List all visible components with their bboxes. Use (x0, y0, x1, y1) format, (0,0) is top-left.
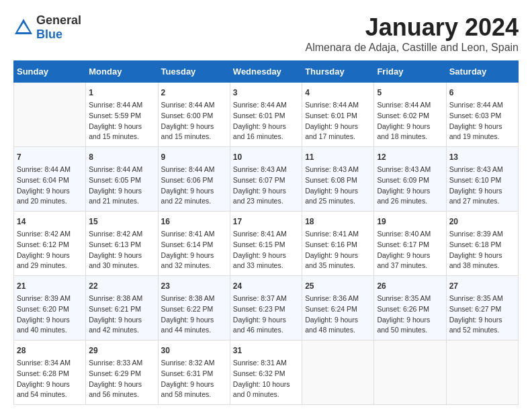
calendar-cell (302, 340, 374, 405)
weekday-header: Sunday (14, 61, 86, 83)
day-number: 12 (377, 151, 443, 163)
calendar-cell: 27Sunrise: 8:35 AM Sunset: 6:27 PM Dayli… (446, 276, 518, 340)
day-number: 23 (161, 280, 227, 292)
weekday-header: Thursday (302, 61, 374, 83)
calendar-week-row: 14Sunrise: 8:42 AM Sunset: 6:12 PM Dayli… (14, 212, 519, 276)
cell-content: Sunrise: 8:44 AM Sunset: 6:00 PM Dayligh… (161, 100, 227, 142)
logo-icon (13, 17, 34, 38)
day-number: 1 (89, 87, 154, 99)
day-number: 15 (89, 216, 154, 228)
day-number: 13 (449, 151, 515, 163)
calendar-cell: 9Sunrise: 8:44 AM Sunset: 6:06 PM Daylig… (158, 147, 230, 212)
logo: General Blue (13, 13, 81, 42)
day-number: 7 (17, 151, 83, 163)
calendar-cell: 24Sunrise: 8:37 AM Sunset: 6:23 PM Dayli… (230, 276, 302, 340)
calendar-cell: 17Sunrise: 8:41 AM Sunset: 6:15 PM Dayli… (230, 212, 302, 276)
weekday-header: Friday (374, 61, 446, 83)
cell-content: Sunrise: 8:43 AM Sunset: 6:09 PM Dayligh… (377, 165, 443, 207)
weekday-header: Tuesday (158, 61, 230, 83)
calendar-cell: 3Sunrise: 8:44 AM Sunset: 6:01 PM Daylig… (230, 83, 302, 147)
day-number: 22 (89, 280, 154, 292)
calendar-week-row: 21Sunrise: 8:39 AM Sunset: 6:20 PM Dayli… (14, 276, 519, 340)
weekday-header: Saturday (446, 61, 518, 83)
calendar-table: SundayMondayTuesdayWednesdayThursdayFrid… (13, 60, 519, 405)
calendar-cell: 18Sunrise: 8:41 AM Sunset: 6:16 PM Dayli… (302, 212, 374, 276)
calendar-cell: 12Sunrise: 8:43 AM Sunset: 6:09 PM Dayli… (374, 147, 446, 212)
cell-content: Sunrise: 8:41 AM Sunset: 6:15 PM Dayligh… (233, 229, 299, 271)
cell-content: Sunrise: 8:36 AM Sunset: 6:24 PM Dayligh… (305, 293, 371, 336)
cell-content: Sunrise: 8:44 AM Sunset: 6:01 PM Dayligh… (305, 100, 371, 142)
cell-content: Sunrise: 8:44 AM Sunset: 6:06 PM Dayligh… (161, 165, 227, 207)
calendar-cell (446, 340, 518, 405)
logo-general: General (36, 13, 81, 27)
calendar-cell: 4Sunrise: 8:44 AM Sunset: 6:01 PM Daylig… (302, 83, 374, 147)
day-number: 10 (233, 151, 299, 163)
day-number: 5 (377, 87, 443, 99)
cell-content: Sunrise: 8:32 AM Sunset: 6:31 PM Dayligh… (161, 358, 227, 400)
day-number: 9 (161, 151, 227, 163)
calendar-cell: 8Sunrise: 8:44 AM Sunset: 6:05 PM Daylig… (86, 147, 158, 212)
cell-content: Sunrise: 8:42 AM Sunset: 6:13 PM Dayligh… (89, 229, 154, 271)
day-number: 14 (17, 216, 83, 228)
calendar-cell: 6Sunrise: 8:44 AM Sunset: 6:03 PM Daylig… (446, 83, 518, 147)
calendar-cell: 5Sunrise: 8:44 AM Sunset: 6:02 PM Daylig… (374, 83, 446, 147)
calendar-cell: 23Sunrise: 8:38 AM Sunset: 6:22 PM Dayli… (158, 276, 230, 340)
day-number: 2 (161, 87, 227, 99)
cell-content: Sunrise: 8:37 AM Sunset: 6:23 PM Dayligh… (233, 293, 299, 336)
calendar-cell: 11Sunrise: 8:43 AM Sunset: 6:08 PM Dayli… (302, 147, 374, 212)
location-title: Almenara de Adaja, Castille and Leon, Sp… (305, 42, 519, 54)
day-number: 3 (233, 87, 299, 99)
cell-content: Sunrise: 8:44 AM Sunset: 6:02 PM Dayligh… (377, 100, 443, 142)
calendar-cell: 30Sunrise: 8:32 AM Sunset: 6:31 PM Dayli… (158, 340, 230, 405)
cell-content: Sunrise: 8:44 AM Sunset: 6:05 PM Dayligh… (89, 165, 154, 207)
calendar-cell: 2Sunrise: 8:44 AM Sunset: 6:00 PM Daylig… (158, 83, 230, 147)
cell-content: Sunrise: 8:43 AM Sunset: 6:10 PM Dayligh… (449, 165, 515, 207)
day-number: 8 (89, 151, 154, 163)
cell-content: Sunrise: 8:34 AM Sunset: 6:28 PM Dayligh… (17, 358, 83, 400)
calendar-cell: 19Sunrise: 8:40 AM Sunset: 6:17 PM Dayli… (374, 212, 446, 276)
calendar-cell (14, 83, 86, 147)
calendar-week-row: 1Sunrise: 8:44 AM Sunset: 5:59 PM Daylig… (14, 83, 519, 147)
calendar-cell: 15Sunrise: 8:42 AM Sunset: 6:13 PM Dayli… (86, 212, 158, 276)
weekday-header: Monday (86, 61, 158, 83)
cell-content: Sunrise: 8:43 AM Sunset: 6:08 PM Dayligh… (305, 165, 371, 207)
cell-content: Sunrise: 8:40 AM Sunset: 6:17 PM Dayligh… (377, 229, 443, 271)
calendar-cell: 14Sunrise: 8:42 AM Sunset: 6:12 PM Dayli… (14, 212, 86, 276)
cell-content: Sunrise: 8:43 AM Sunset: 6:07 PM Dayligh… (233, 165, 299, 207)
day-number: 28 (17, 345, 83, 357)
weekday-header: Wednesday (230, 61, 302, 83)
calendar-cell: 16Sunrise: 8:41 AM Sunset: 6:14 PM Dayli… (158, 212, 230, 276)
day-number: 24 (233, 280, 299, 292)
calendar-week-row: 7Sunrise: 8:44 AM Sunset: 6:04 PM Daylig… (14, 147, 519, 212)
cell-content: Sunrise: 8:38 AM Sunset: 6:22 PM Dayligh… (161, 293, 227, 336)
calendar-cell: 26Sunrise: 8:35 AM Sunset: 6:26 PM Dayli… (374, 276, 446, 340)
calendar-cell: 7Sunrise: 8:44 AM Sunset: 6:04 PM Daylig… (14, 147, 86, 212)
cell-content: Sunrise: 8:41 AM Sunset: 6:14 PM Dayligh… (161, 229, 227, 271)
cell-content: Sunrise: 8:44 AM Sunset: 6:04 PM Dayligh… (17, 165, 83, 207)
cell-content: Sunrise: 8:39 AM Sunset: 6:20 PM Dayligh… (17, 293, 83, 336)
calendar-cell: 28Sunrise: 8:34 AM Sunset: 6:28 PM Dayli… (14, 340, 86, 405)
calendar-cell: 31Sunrise: 8:31 AM Sunset: 6:32 PM Dayli… (230, 340, 302, 405)
day-number: 19 (377, 216, 443, 228)
day-number: 31 (233, 345, 299, 357)
page-header: General Blue January 2024 Almenara de Ad… (13, 13, 519, 54)
calendar-cell: 25Sunrise: 8:36 AM Sunset: 6:24 PM Dayli… (302, 276, 374, 340)
cell-content: Sunrise: 8:41 AM Sunset: 6:16 PM Dayligh… (305, 229, 371, 271)
cell-content: Sunrise: 8:31 AM Sunset: 6:32 PM Dayligh… (233, 358, 299, 400)
title-section: January 2024 Almenara de Adaja, Castille… (305, 13, 519, 54)
calendar-cell (374, 340, 446, 405)
cell-content: Sunrise: 8:35 AM Sunset: 6:26 PM Dayligh… (377, 293, 443, 336)
month-title: January 2024 (305, 13, 519, 42)
cell-content: Sunrise: 8:33 AM Sunset: 6:29 PM Dayligh… (89, 358, 154, 400)
cell-content: Sunrise: 8:44 AM Sunset: 6:01 PM Dayligh… (233, 100, 299, 142)
cell-content: Sunrise: 8:42 AM Sunset: 6:12 PM Dayligh… (17, 229, 83, 271)
cell-content: Sunrise: 8:35 AM Sunset: 6:27 PM Dayligh… (449, 293, 515, 336)
logo-blue: Blue (36, 28, 62, 41)
cell-content: Sunrise: 8:38 AM Sunset: 6:21 PM Dayligh… (89, 293, 154, 336)
day-number: 26 (377, 280, 443, 292)
day-number: 4 (305, 87, 371, 99)
day-number: 11 (305, 151, 371, 163)
day-number: 20 (449, 216, 515, 228)
calendar-cell: 20Sunrise: 8:39 AM Sunset: 6:18 PM Dayli… (446, 212, 518, 276)
day-number: 29 (89, 345, 154, 357)
